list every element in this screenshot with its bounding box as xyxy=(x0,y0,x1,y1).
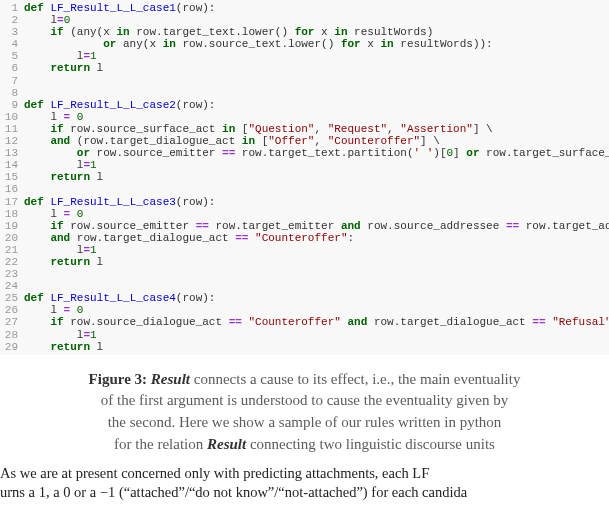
line-number: 29 xyxy=(0,341,24,353)
code-line: 28 l=1 xyxy=(0,329,609,341)
caption-text-2: of the first argument is understood to c… xyxy=(101,392,509,408)
code-line: 10 l = 0 xyxy=(0,111,609,123)
line-number: 15 xyxy=(0,171,24,183)
python-code-block: 1def LF_Result_L_L_case1(row):2 l=03 if … xyxy=(0,0,609,355)
code-line: 22 return l xyxy=(0,256,609,268)
code-source: and row.target_dialogue_act == "Countero… xyxy=(24,232,609,244)
line-number: 14 xyxy=(0,159,24,171)
code-source: l=1 xyxy=(24,50,609,62)
code-source: l=1 xyxy=(24,159,609,171)
code-line: 3 if (any(x in row.target_text.lower() f… xyxy=(0,26,609,38)
line-number: 16 xyxy=(0,183,24,195)
code-line: 16 xyxy=(0,183,609,195)
code-line: 8 xyxy=(0,87,609,99)
line-number: 20 xyxy=(0,232,24,244)
line-number: 19 xyxy=(0,220,24,232)
figure-term-1: Result xyxy=(151,371,190,387)
code-line: 1def LF_Result_L_L_case1(row): xyxy=(0,2,609,14)
code-line: 5 l=1 xyxy=(0,50,609,62)
line-number: 11 xyxy=(0,123,24,135)
code-line: 13 or row.source_emitter == row.target_t… xyxy=(0,147,609,159)
code-source: or row.source_emitter == row.target_text… xyxy=(24,147,609,159)
code-line: 17def LF_Result_L_L_case3(row): xyxy=(0,196,609,208)
line-number: 8 xyxy=(0,87,24,99)
code-source xyxy=(24,75,609,87)
figure-label: Figure 3: xyxy=(89,371,147,387)
code-line: 9def LF_Result_L_L_case2(row): xyxy=(0,99,609,111)
code-source: return l xyxy=(24,171,609,183)
code-source: and (row.target_dialogue_act in ["Offer"… xyxy=(24,135,609,147)
code-source: def LF_Result_L_L_case4(row): xyxy=(24,292,609,304)
body-line-1: As we are at present concerned only with… xyxy=(0,465,429,481)
code-line: 4 or any(x in row.source_text.lower() fo… xyxy=(0,38,609,50)
line-number: 6 xyxy=(0,62,24,74)
line-number: 7 xyxy=(0,75,24,87)
code-source: def LF_Result_L_L_case2(row): xyxy=(24,99,609,111)
code-source: l = 0 xyxy=(24,208,609,220)
code-source xyxy=(24,280,609,292)
code-source: return l xyxy=(24,256,609,268)
code-source: l=0 xyxy=(24,14,609,26)
line-number: 5 xyxy=(0,50,24,62)
line-number: 25 xyxy=(0,292,24,304)
line-number: 18 xyxy=(0,208,24,220)
code-line: 12 and (row.target_dialogue_act in ["Off… xyxy=(0,135,609,147)
line-number: 23 xyxy=(0,268,24,280)
code-line: 27 if row.source_dialogue_act == "Counte… xyxy=(0,316,609,328)
code-line: 6 return l xyxy=(0,62,609,74)
code-source: if (any(x in row.target_text.lower() for… xyxy=(24,26,609,38)
figure-caption: Figure 3: Result connects a cause to its… xyxy=(0,355,609,464)
line-number: 21 xyxy=(0,244,24,256)
line-number: 28 xyxy=(0,329,24,341)
line-number: 1 xyxy=(0,2,24,14)
code-line: 25def LF_Result_L_L_case4(row): xyxy=(0,292,609,304)
code-line: 20 and row.target_dialogue_act == "Count… xyxy=(0,232,609,244)
line-number: 10 xyxy=(0,111,24,123)
line-number: 2 xyxy=(0,14,24,26)
code-source: l=1 xyxy=(24,329,609,341)
code-source: if row.source_emitter == row.target_emit… xyxy=(24,220,609,232)
code-source: or any(x in row.source_text.lower() for … xyxy=(24,38,609,50)
caption-text-1: connects a cause to its effect, i.e., th… xyxy=(190,371,520,387)
code-line: 29 return l xyxy=(0,341,609,353)
code-line: 2 l=0 xyxy=(0,14,609,26)
code-source: if row.source_dialogue_act == "Counterof… xyxy=(24,316,609,328)
code-source: l=1 xyxy=(24,244,609,256)
code-source: l = 0 xyxy=(24,304,609,316)
code-source xyxy=(24,87,609,99)
code-source: def LF_Result_L_L_case3(row): xyxy=(24,196,609,208)
line-number: 3 xyxy=(0,26,24,38)
code-source xyxy=(24,268,609,280)
line-number: 13 xyxy=(0,147,24,159)
code-source: def LF_Result_L_L_case1(row): xyxy=(24,2,609,14)
code-line: 19 if row.source_emitter == row.target_e… xyxy=(0,220,609,232)
code-line: 18 l = 0 xyxy=(0,208,609,220)
code-source: return l xyxy=(24,62,609,74)
code-line: 11 if row.source_surface_act in ["Questi… xyxy=(0,123,609,135)
body-line-2: urns a 1, a 0 or a −1 (“attached”/“do no… xyxy=(0,484,467,500)
line-number: 24 xyxy=(0,280,24,292)
line-number: 26 xyxy=(0,304,24,316)
code-line: 24 xyxy=(0,280,609,292)
figure-term-2: Result xyxy=(207,436,246,452)
code-line: 26 l = 0 xyxy=(0,304,609,316)
line-number: 4 xyxy=(0,38,24,50)
line-number: 12 xyxy=(0,135,24,147)
line-number: 27 xyxy=(0,316,24,328)
code-line: 21 l=1 xyxy=(0,244,609,256)
caption-text-4b: connecting two linguistic discourse unit… xyxy=(246,436,495,452)
body-paragraph: As we are at present concerned only with… xyxy=(0,464,609,503)
caption-text-4a: for the relation xyxy=(114,436,207,452)
code-line: 14 l=1 xyxy=(0,159,609,171)
code-source: return l xyxy=(24,341,609,353)
code-line: 7 xyxy=(0,75,609,87)
caption-text-3: the second. Here we show a sample of our… xyxy=(108,414,502,430)
line-number: 9 xyxy=(0,99,24,111)
line-number: 22 xyxy=(0,256,24,268)
code-line: 15 return l xyxy=(0,171,609,183)
line-number: 17 xyxy=(0,196,24,208)
code-source: l = 0 xyxy=(24,111,609,123)
code-line: 23 xyxy=(0,268,609,280)
code-source xyxy=(24,183,609,195)
code-source: if row.source_surface_act in ["Question"… xyxy=(24,123,609,135)
